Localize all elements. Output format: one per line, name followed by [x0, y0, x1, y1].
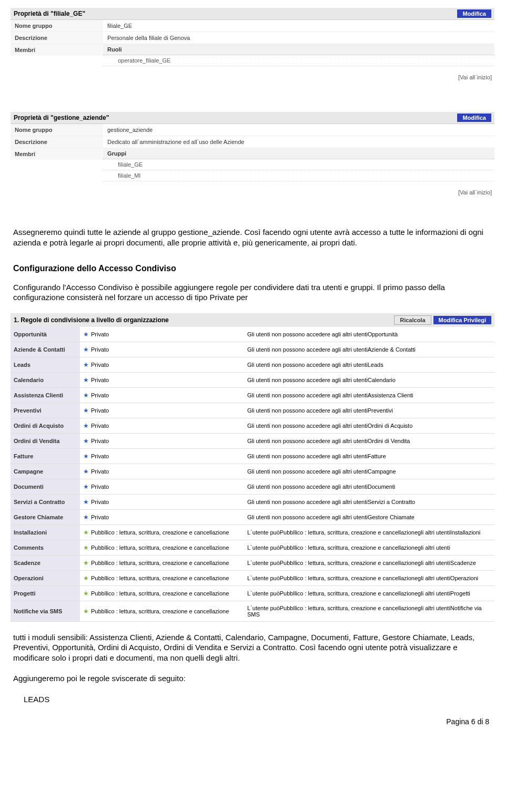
privacy-cell: ★Privato [80, 433, 244, 448]
recalc-button[interactable]: Ricalcola [394, 315, 431, 325]
table-row: Comments★Pubbllico : lettura, scrittura,… [11, 540, 494, 555]
table-row: Ordini di Acquisto★PrivatoGli utenti non… [11, 418, 494, 433]
modify-button[interactable]: Modifica [457, 114, 491, 122]
prop-label: Descrizione [11, 136, 103, 148]
desc-cell: Gli utenti non possono accedere agli alt… [244, 479, 494, 494]
privacy-cell: ★Pubbllico : lettura, scrittura, creazio… [80, 585, 244, 601]
module-cell: Opportunità [11, 327, 80, 342]
panel-gestione-aziende: Proprietà di "gestione_aziende" Modifica… [11, 112, 494, 181]
panel-title: Proprietà di "gestione_aziende" [14, 114, 457, 121]
panel-header: Proprietà di "filiale_GE" Modifica [11, 8, 494, 20]
member-item: filiale_GE [103, 159, 494, 170]
prop-value-members: Ruoli operatore_filiale_GE [103, 44, 494, 66]
table-row: Servizi a Contratto★PrivatoGli utenti no… [11, 494, 494, 509]
privacy-cell: ★Privato [80, 327, 244, 342]
body-paragraph-3: tutti i moduli sensibili: Assistenza Cli… [13, 632, 492, 663]
desc-cell: Gli utenti non possono accedere agli alt… [244, 387, 494, 403]
privacy-cell: ★Privato [80, 387, 244, 403]
privacy-cell: ★Privato [80, 403, 244, 418]
module-cell: Installazioni [11, 525, 80, 540]
table-row: Scadenze★Pubbllico : lettura, scrittura,… [11, 555, 494, 570]
prop-row-name: Nome gruppo filiale_GE [11, 20, 494, 32]
prop-value: Dedicato all`amministrazione ed all`uso … [103, 136, 494, 148]
prop-label: Descrizione [11, 32, 103, 44]
privacy-cell: ★Pubbllico : lettura, scrittura, creazio… [80, 570, 244, 585]
privacy-cell: ★Privato [80, 464, 244, 479]
members-subheader: Gruppi [103, 148, 494, 159]
star-icon: ★ [83, 529, 89, 536]
table-row: Installazioni★Pubbllico : lettura, scrit… [11, 525, 494, 540]
prop-row-desc: Descrizione Personale della filiale di G… [11, 32, 494, 44]
star-icon: ★ [83, 483, 89, 490]
module-cell: Aziende & Contatti [11, 342, 80, 357]
star-icon: ★ [83, 513, 89, 521]
modify-privileges-button[interactable]: Modifica Privilegi [433, 316, 491, 324]
desc-cell: Gli utenti non possono accedere agli alt… [244, 448, 494, 464]
table-row: Aziende & Contatti★PrivatoGli utenti non… [11, 342, 494, 357]
table-row: Ordini di Vendita★PrivatoGli utenti non … [11, 433, 494, 448]
rules-table: Opportunità★PrivatoGli utenti non posson… [11, 327, 494, 622]
table-row: Preventivi★PrivatoGli utenti non possono… [11, 403, 494, 418]
star-icon: ★ [83, 392, 89, 399]
privacy-cell: ★Pubbllico : lettura, scrittura, creazio… [80, 555, 244, 570]
table-row: Assistenza Clienti★PrivatoGli utenti non… [11, 387, 494, 403]
desc-cell: Gli utenti non possono accedere agli alt… [244, 464, 494, 479]
module-cell: Campagne [11, 464, 80, 479]
modify-button[interactable]: Modifica [457, 9, 491, 18]
prop-row-members: Membri Ruoli operatore_filiale_GE [11, 44, 494, 66]
star-icon: ★ [83, 453, 89, 460]
privacy-cell: ★Privato [80, 372, 244, 387]
star-icon: ★ [83, 331, 89, 338]
module-cell: Notifiche via SMS [11, 601, 80, 621]
module-cell: Calendario [11, 372, 80, 387]
prop-label: Nome gruppo [11, 20, 103, 32]
module-cell: Ordini di Acquisto [11, 418, 80, 433]
module-cell: Documenti [11, 479, 80, 494]
table-row: Notifiche via SMS★Pubbllico : lettura, s… [11, 601, 494, 621]
desc-cell: Gli utenti non possono accedere agli alt… [244, 418, 494, 433]
module-cell: Leads [11, 357, 80, 372]
prop-row-desc: Descrizione Dedicato all`amministrazione… [11, 136, 494, 148]
table-row: Fatture★PrivatoGli utenti non possono ac… [11, 448, 494, 464]
table-row: Progetti★Pubbllico : lettura, scrittura,… [11, 585, 494, 601]
goto-top-link[interactable]: [Vai all`inizio] [458, 74, 492, 80]
privacy-cell: ★Pubbllico : lettura, scrittura, creazio… [80, 540, 244, 555]
module-cell: Preventivi [11, 403, 80, 418]
desc-cell: L`utente puòPubbllico : lettura, scrittu… [244, 585, 494, 601]
body-paragraph-2: Configurando l'Accesso Condiviso è possi… [13, 282, 492, 303]
module-cell: Ordini di Vendita [11, 433, 80, 448]
module-cell: Assistenza Clienti [11, 387, 80, 403]
star-icon: ★ [83, 376, 89, 384]
panel-title: Proprietà di "filiale_GE" [14, 10, 457, 17]
table-row: Calendario★PrivatoGli utenti non possono… [11, 372, 494, 387]
desc-cell: Gli utenti non possono accedere agli alt… [244, 433, 494, 448]
privacy-cell: ★Privato [80, 448, 244, 464]
table-row: Campagne★PrivatoGli utenti non possono a… [11, 464, 494, 479]
desc-cell: Gli utenti non possono accedere agli alt… [244, 509, 494, 525]
goto-top: [Vai all`inizio] [11, 74, 492, 80]
privacy-cell: ★Pubbllico : lettura, scrittura, creazio… [80, 525, 244, 540]
body-paragraph-4: Aggiungeremo poi le regole sviscerate di… [13, 673, 492, 684]
desc-cell: Gli utenti non possono accedere agli alt… [244, 403, 494, 418]
star-icon: ★ [83, 590, 89, 597]
desc-cell: Gli utenti non possono accedere agli alt… [244, 372, 494, 387]
body-section: Configurazione dello Accesso Condiviso C… [13, 263, 492, 303]
body-leads: LEADS [24, 694, 492, 705]
prop-label: Membri [11, 148, 103, 160]
star-icon: ★ [83, 544, 89, 551]
panel-header: Proprietà di "gestione_aziende" Modifica [11, 112, 494, 124]
desc-cell: L`utente puòPubbllico : lettura, scrittu… [244, 555, 494, 570]
privacy-cell: ★Pubbllico : lettura, scrittura, creazio… [80, 601, 244, 621]
prop-value: gestione_aziende [103, 124, 494, 136]
goto-top-link[interactable]: [Vai all`inizio] [458, 189, 492, 196]
privacy-cell: ★Privato [80, 509, 244, 525]
prop-value: Personale della filiale di Genova [103, 32, 494, 44]
star-icon: ★ [83, 574, 89, 582]
rules-panel: 1. Regole di condivisione a livello di o… [11, 313, 494, 622]
member-item: filiale_MI [103, 170, 494, 181]
module-cell: Progetti [11, 585, 80, 601]
desc-cell: Gli utenti non possono accedere agli alt… [244, 342, 494, 357]
prop-label: Nome gruppo [11, 124, 103, 136]
module-cell: Scadenze [11, 555, 80, 570]
privacy-cell: ★Privato [80, 342, 244, 357]
